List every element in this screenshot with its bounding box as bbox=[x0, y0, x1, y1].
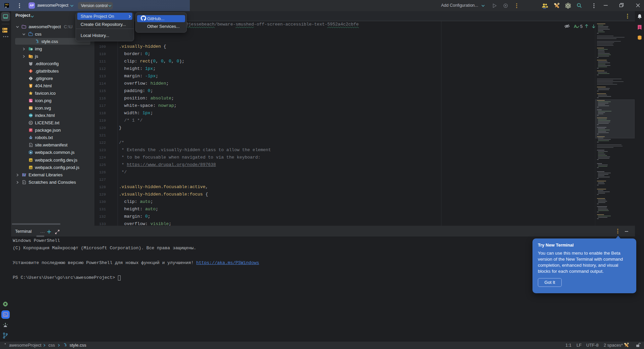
svg-text:5: 5 bbox=[580, 24, 583, 29]
svg-text:A: A bbox=[574, 24, 577, 29]
svg-text:<>: <> bbox=[29, 114, 32, 117]
svg-text:5: 5 bbox=[30, 85, 32, 87]
svg-text:C: C bbox=[30, 121, 32, 124]
svg-text:SVG: SVG bbox=[29, 107, 33, 109]
svg-text:JS: JS bbox=[30, 159, 32, 162]
svg-text:JS: JS bbox=[30, 167, 32, 169]
svg-text:JS: JS bbox=[30, 56, 33, 58]
